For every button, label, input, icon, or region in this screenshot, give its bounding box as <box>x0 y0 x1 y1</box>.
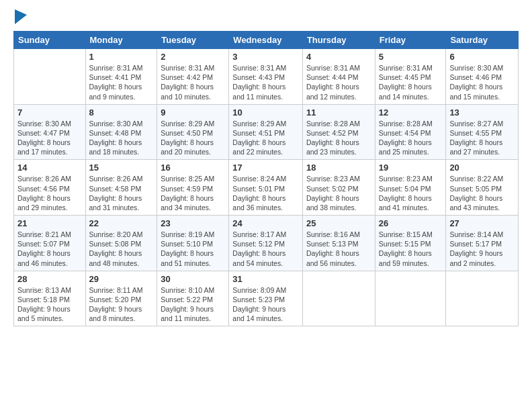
day-info: Sunrise: 8:24 AM Sunset: 5:01 PM Dayligh… <box>232 174 299 212</box>
weekday-header: Sunday <box>14 32 86 49</box>
calendar-week-row: 28Sunrise: 8:13 AM Sunset: 5:18 PM Dayli… <box>14 271 519 326</box>
day-info: Sunrise: 8:30 AM Sunset: 4:47 PM Dayligh… <box>17 119 82 157</box>
day-number: 17 <box>232 163 299 173</box>
day-info: Sunrise: 8:17 AM Sunset: 5:12 PM Dayligh… <box>232 230 299 268</box>
header <box>13 11 519 24</box>
day-number: 20 <box>449 163 515 173</box>
day-info: Sunrise: 8:31 AM Sunset: 4:43 PM Dayligh… <box>232 63 299 101</box>
calendar-week-row: 7Sunrise: 8:30 AM Sunset: 4:47 PM Daylig… <box>14 104 519 160</box>
weekday-header: Friday <box>375 32 446 49</box>
day-info: Sunrise: 8:30 AM Sunset: 4:46 PM Dayligh… <box>449 63 515 101</box>
day-number: 13 <box>449 107 515 118</box>
day-info: Sunrise: 8:31 AM Sunset: 4:42 PM Dayligh… <box>161 63 225 101</box>
calendar-cell <box>375 271 446 326</box>
logo-icon <box>15 9 27 24</box>
day-info: Sunrise: 8:10 AM Sunset: 5:22 PM Dayligh… <box>161 285 225 324</box>
calendar-cell: 27Sunrise: 8:14 AM Sunset: 5:17 PM Dayli… <box>446 216 519 271</box>
day-info: Sunrise: 8:21 AM Sunset: 5:07 PM Dayligh… <box>17 230 82 268</box>
day-info: Sunrise: 8:26 AM Sunset: 4:56 PM Dayligh… <box>17 174 82 212</box>
calendar-cell: 11Sunrise: 8:28 AM Sunset: 4:52 PM Dayli… <box>302 104 375 160</box>
logo <box>13 11 27 24</box>
day-info: Sunrise: 8:27 AM Sunset: 4:55 PM Dayligh… <box>449 119 515 157</box>
day-number: 9 <box>161 107 225 118</box>
day-info: Sunrise: 8:15 AM Sunset: 5:15 PM Dayligh… <box>379 230 443 268</box>
calendar-cell: 30Sunrise: 8:10 AM Sunset: 5:22 PM Dayli… <box>157 271 229 326</box>
day-number: 30 <box>161 274 225 284</box>
calendar-cell: 8Sunrise: 8:30 AM Sunset: 4:48 PM Daylig… <box>85 104 157 160</box>
day-info: Sunrise: 8:25 AM Sunset: 4:59 PM Dayligh… <box>161 174 225 212</box>
day-info: Sunrise: 8:16 AM Sunset: 5:13 PM Dayligh… <box>306 230 371 268</box>
calendar-cell: 3Sunrise: 8:31 AM Sunset: 4:43 PM Daylig… <box>229 49 303 105</box>
day-info: Sunrise: 8:28 AM Sunset: 4:52 PM Dayligh… <box>306 119 371 157</box>
day-info: Sunrise: 8:31 AM Sunset: 4:45 PM Dayligh… <box>379 63 443 101</box>
day-info: Sunrise: 8:20 AM Sunset: 5:08 PM Dayligh… <box>89 230 154 268</box>
weekday-header: Wednesday <box>229 32 303 49</box>
day-number: 4 <box>306 52 371 62</box>
day-number: 22 <box>89 218 154 228</box>
calendar-cell: 4Sunrise: 8:31 AM Sunset: 4:44 PM Daylig… <box>302 49 375 105</box>
day-info: Sunrise: 8:19 AM Sunset: 5:10 PM Dayligh… <box>161 230 225 268</box>
day-number: 8 <box>89 107 154 118</box>
calendar-week-row: 14Sunrise: 8:26 AM Sunset: 4:56 PM Dayli… <box>14 160 519 216</box>
day-number: 29 <box>89 274 154 284</box>
calendar-cell: 25Sunrise: 8:16 AM Sunset: 5:13 PM Dayli… <box>302 216 375 271</box>
calendar-week-row: 1Sunrise: 8:31 AM Sunset: 4:41 PM Daylig… <box>14 49 519 105</box>
day-number: 15 <box>89 163 154 173</box>
day-info: Sunrise: 8:09 AM Sunset: 5:23 PM Dayligh… <box>232 285 299 324</box>
weekday-header: Monday <box>85 32 157 49</box>
day-info: Sunrise: 8:13 AM Sunset: 5:18 PM Dayligh… <box>17 285 82 324</box>
day-number: 11 <box>306 107 371 118</box>
day-info: Sunrise: 8:28 AM Sunset: 4:54 PM Dayligh… <box>379 119 443 157</box>
calendar-cell: 22Sunrise: 8:20 AM Sunset: 5:08 PM Dayli… <box>85 216 157 271</box>
day-number: 2 <box>161 52 225 62</box>
day-number: 10 <box>232 107 299 118</box>
day-info: Sunrise: 8:14 AM Sunset: 5:17 PM Dayligh… <box>449 230 515 268</box>
calendar-cell <box>446 271 519 326</box>
calendar-cell: 17Sunrise: 8:24 AM Sunset: 5:01 PM Dayli… <box>229 160 303 216</box>
day-number: 7 <box>17 107 82 118</box>
calendar-cell: 23Sunrise: 8:19 AM Sunset: 5:10 PM Dayli… <box>157 216 229 271</box>
calendar-cell: 7Sunrise: 8:30 AM Sunset: 4:47 PM Daylig… <box>14 104 86 160</box>
calendar-cell: 29Sunrise: 8:11 AM Sunset: 5:20 PM Dayli… <box>85 271 157 326</box>
calendar-cell: 28Sunrise: 8:13 AM Sunset: 5:18 PM Dayli… <box>14 271 86 326</box>
day-number: 16 <box>161 163 225 173</box>
weekday-header: Saturday <box>446 32 519 49</box>
day-number: 21 <box>17 218 82 228</box>
calendar-week-row: 21Sunrise: 8:21 AM Sunset: 5:07 PM Dayli… <box>14 216 519 271</box>
day-number: 23 <box>161 218 225 228</box>
calendar-cell: 5Sunrise: 8:31 AM Sunset: 4:45 PM Daylig… <box>375 49 446 105</box>
day-number: 6 <box>449 52 515 62</box>
day-number: 3 <box>232 52 299 62</box>
calendar-cell: 9Sunrise: 8:29 AM Sunset: 4:50 PM Daylig… <box>157 104 229 160</box>
calendar-cell: 26Sunrise: 8:15 AM Sunset: 5:15 PM Dayli… <box>375 216 446 271</box>
day-number: 5 <box>379 52 443 62</box>
weekday-header: Thursday <box>302 32 375 49</box>
day-number: 1 <box>89 52 154 62</box>
weekday-header: Tuesday <box>157 32 229 49</box>
day-number: 27 <box>449 218 515 228</box>
calendar-cell: 16Sunrise: 8:25 AM Sunset: 4:59 PM Dayli… <box>157 160 229 216</box>
calendar-cell: 12Sunrise: 8:28 AM Sunset: 4:54 PM Dayli… <box>375 104 446 160</box>
calendar-cell <box>14 49 86 105</box>
day-number: 12 <box>379 107 443 118</box>
day-number: 19 <box>379 163 443 173</box>
calendar-cell: 6Sunrise: 8:30 AM Sunset: 4:46 PM Daylig… <box>446 49 519 105</box>
day-number: 18 <box>306 163 371 173</box>
calendar-cell: 21Sunrise: 8:21 AM Sunset: 5:07 PM Dayli… <box>14 216 86 271</box>
calendar-table: SundayMondayTuesdayWednesdayThursdayFrid… <box>13 31 519 326</box>
day-info: Sunrise: 8:26 AM Sunset: 4:58 PM Dayligh… <box>89 174 154 212</box>
calendar-cell: 14Sunrise: 8:26 AM Sunset: 4:56 PM Dayli… <box>14 160 86 216</box>
day-info: Sunrise: 8:23 AM Sunset: 5:02 PM Dayligh… <box>306 174 371 212</box>
calendar-cell: 15Sunrise: 8:26 AM Sunset: 4:58 PM Dayli… <box>85 160 157 216</box>
calendar-cell <box>302 271 375 326</box>
day-number: 26 <box>379 218 443 228</box>
day-number: 24 <box>232 218 299 228</box>
day-info: Sunrise: 8:31 AM Sunset: 4:44 PM Dayligh… <box>306 63 371 101</box>
calendar-cell: 20Sunrise: 8:22 AM Sunset: 5:05 PM Dayli… <box>446 160 519 216</box>
day-info: Sunrise: 8:30 AM Sunset: 4:48 PM Dayligh… <box>89 119 154 157</box>
calendar-cell: 19Sunrise: 8:23 AM Sunset: 5:04 PM Dayli… <box>375 160 446 216</box>
day-info: Sunrise: 8:29 AM Sunset: 4:50 PM Dayligh… <box>161 119 225 157</box>
calendar-cell: 31Sunrise: 8:09 AM Sunset: 5:23 PM Dayli… <box>229 271 303 326</box>
calendar-header-row: SundayMondayTuesdayWednesdayThursdayFrid… <box>14 32 519 49</box>
calendar-cell: 2Sunrise: 8:31 AM Sunset: 4:42 PM Daylig… <box>157 49 229 105</box>
